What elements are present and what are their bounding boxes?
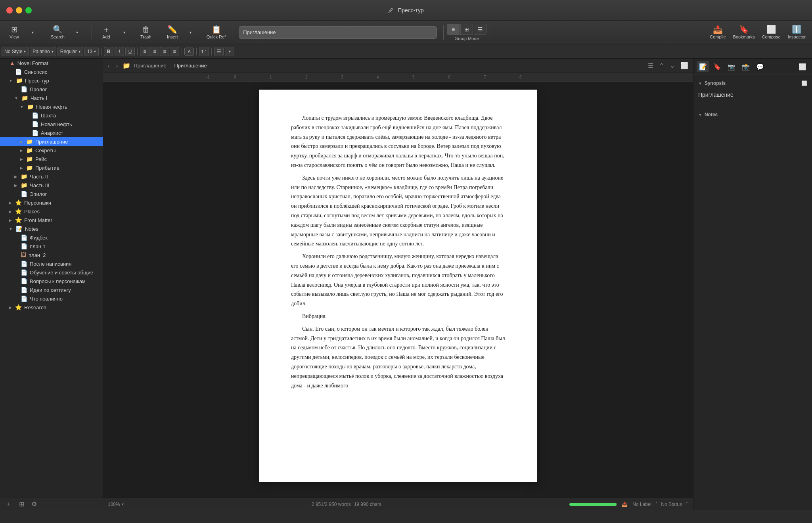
- list-dropdown[interactable]: ▾: [225, 47, 234, 56]
- sidebar-item-sekrety[interactable]: ▶📁Секреты: [0, 146, 103, 155]
- disclosure-reis[interactable]: ▶: [20, 157, 23, 161]
- inspector-tab-bookmark[interactable]: 🔖: [711, 61, 724, 72]
- sidebar-view-button[interactable]: ⊞: [17, 500, 27, 509]
- style-select[interactable]: No Style ▾: [2, 47, 29, 56]
- inspector-tab-links[interactable]: 💬: [754, 61, 766, 72]
- export-button[interactable]: 📤: [622, 502, 628, 507]
- sidebar-item-priglashenie[interactable]: ▶📁Приглашение: [0, 137, 103, 146]
- underline-button[interactable]: U: [125, 47, 135, 56]
- compile-button[interactable]: 📤 Compile: [707, 24, 729, 41]
- sidebar-item-synopsis[interactable]: ▶📄Синопсис: [0, 67, 103, 76]
- trash-button[interactable]: 🗑 Trash: [137, 24, 155, 41]
- sidebar-item-part1[interactable]: ▼📁Часть I: [0, 94, 103, 102]
- align-right-button[interactable]: ≡: [160, 47, 169, 56]
- sidebar-item-chto-povliyalo[interactable]: ▶📄Что повлияло: [0, 294, 103, 303]
- sidebar-item-research[interactable]: ▶⭐Research: [0, 303, 103, 312]
- inspector-tab-notes[interactable]: 📝: [697, 61, 709, 72]
- close-button[interactable]: [6, 7, 13, 13]
- inspector-tab-snapshot[interactable]: 📷: [725, 61, 738, 72]
- sidebar-settings-button[interactable]: ⚙: [29, 500, 39, 509]
- sidebar-item-personazhi[interactable]: ▶⭐Персонажи: [0, 198, 103, 207]
- synopsis-header[interactable]: ▼ Synopsis ⬜: [698, 78, 807, 88]
- view-dropdown-arrow[interactable]: ▾: [24, 29, 41, 36]
- notes-area[interactable]: [698, 120, 807, 199]
- add-button[interactable]: ＋ Add: [98, 24, 115, 41]
- sidebar-item-posle-napisania[interactable]: ▶📄После написания: [0, 259, 103, 268]
- sidebar-item-reis[interactable]: ▶📁Рейс: [0, 155, 103, 163]
- sidebar-item-front-matter[interactable]: ▶⭐Front Matter: [0, 216, 103, 224]
- compose-button[interactable]: ⬜ Compose: [759, 24, 784, 41]
- sidebar-item-epilog[interactable]: ▶📄Эпилог: [0, 190, 103, 198]
- sidebar-item-plan2[interactable]: ▶🖼план_2: [0, 251, 103, 259]
- sidebar-item-pribytie[interactable]: ▶📁Прибытие: [0, 163, 103, 172]
- disclosure-pribytie[interactable]: ▶: [20, 166, 23, 170]
- disclosure-press-tour[interactable]: ▼: [9, 79, 13, 83]
- view-button[interactable]: ⊞ View: [6, 24, 23, 41]
- bookmarks-button[interactable]: 🔖 Bookmarks: [730, 24, 758, 41]
- group-mode-corkboard[interactable]: ⊞: [460, 24, 473, 35]
- sidebar-item-anarkhist[interactable]: ▶📄Анархист: [0, 128, 103, 137]
- sidebar-item-part2[interactable]: ▶📁Часть II: [0, 172, 103, 181]
- sidebar-item-novaya-neft[interactable]: ▼📁Новая нефть: [0, 102, 103, 111]
- inspector-expand-btn[interactable]: ⬜: [796, 61, 809, 72]
- sidebar-item-places[interactable]: ▶⭐Places: [0, 207, 103, 216]
- sidebar-item-prolog[interactable]: ▶📄Пролог: [0, 85, 103, 94]
- size-select[interactable]: 13 ▾: [84, 47, 99, 56]
- editor-page[interactable]: Лопаты с трудом вгрызались в промёрзшую …: [259, 90, 537, 482]
- status-select[interactable]: No Status: [661, 502, 682, 507]
- font-select[interactable]: Palatino ▾: [30, 47, 56, 56]
- sidebar-item-obuchenie[interactable]: ▶📄Обучение и советы общие: [0, 268, 103, 277]
- line-height-button[interactable]: 1.1: [199, 47, 209, 56]
- disclosure-personazhi[interactable]: ▶: [9, 201, 12, 205]
- add-dropdown-arrow[interactable]: ▾: [116, 29, 133, 36]
- sidebar-item-novaya-neft2[interactable]: ▶📄Новая нефть: [0, 120, 103, 128]
- disclosure-priglashenie[interactable]: ▶: [20, 140, 23, 144]
- nav-back-button[interactable]: ‹: [106, 62, 111, 70]
- sidebar-item-part3[interactable]: ▶📁Часть III: [0, 181, 103, 190]
- disclosure-research[interactable]: ▶: [9, 305, 12, 310]
- status-arrow[interactable]: ⌃: [685, 502, 688, 507]
- nav-forward-button[interactable]: ›: [115, 62, 120, 70]
- group-mode-scrivenings[interactable]: ≡: [447, 24, 460, 35]
- disclosure-novaya-neft[interactable]: ▼: [20, 105, 24, 109]
- disclosure-part2[interactable]: ▶: [14, 174, 17, 179]
- insert-button[interactable]: ✏️ Insert: [164, 24, 181, 41]
- editor-container[interactable]: Лопаты с трудом вгрызались в промёрзшую …: [103, 82, 693, 498]
- minimize-button[interactable]: [16, 7, 22, 13]
- sidebar-item-notes[interactable]: ▼📝Notes: [0, 224, 103, 233]
- weight-select[interactable]: Regular ▾: [57, 47, 83, 56]
- insert-dropdown-arrow[interactable]: ▾: [182, 29, 199, 36]
- inspector-button[interactable]: ℹ️ Inspector: [785, 24, 809, 41]
- sidebar-item-plan1[interactable]: ▶📄план 1: [0, 242, 103, 251]
- disclosure-notes[interactable]: ▼: [9, 227, 13, 231]
- text-color-swatch[interactable]: A: [184, 48, 194, 56]
- sidebar-item-shakhta[interactable]: ▶📄Шахта: [0, 111, 103, 120]
- label-arrow[interactable]: ⌃: [655, 502, 658, 507]
- add-item-button[interactable]: ＋: [3, 499, 14, 509]
- inspector-tab-comments[interactable]: 📸: [739, 61, 752, 72]
- zoom-control[interactable]: 100% ▾: [108, 502, 124, 507]
- header-up-button[interactable]: ⌃: [657, 61, 666, 70]
- header-split-button[interactable]: ⬜: [679, 61, 690, 70]
- quick-search-bar[interactable]: Приглашение: [239, 26, 437, 39]
- group-mode-outline[interactable]: ☰: [474, 24, 486, 35]
- synopsis-expand-icon[interactable]: ⬜: [801, 80, 807, 86]
- zoom-dropdown-arrow[interactable]: ▾: [122, 502, 124, 506]
- align-center-button[interactable]: ≡: [150, 47, 159, 56]
- italic-button[interactable]: I: [115, 47, 124, 56]
- align-left-button[interactable]: ≡: [140, 47, 149, 56]
- label-select[interactable]: No Label: [632, 502, 651, 507]
- bold-button[interactable]: B: [104, 47, 113, 56]
- sidebar-item-fidbek[interactable]: ▶📄Фидбек: [0, 233, 103, 242]
- quickref-button[interactable]: 📋 Quick Ref: [203, 24, 229, 41]
- maximize-button[interactable]: [25, 7, 32, 13]
- notes-header[interactable]: ▼ Notes: [698, 109, 807, 120]
- disclosure-places[interactable]: ▶: [9, 209, 12, 214]
- sidebar-item-press-tour[interactable]: ▼📁Пресс-тур: [0, 76, 103, 85]
- list-button[interactable]: ☰: [214, 47, 224, 56]
- disclosure-sekrety[interactable]: ▶: [20, 148, 23, 153]
- search-button[interactable]: 🔍 Search: [48, 24, 68, 41]
- disclosure-part3[interactable]: ▶: [14, 183, 17, 188]
- sidebar-item-voprosy[interactable]: ▶📄Вопросы к персонажам: [0, 277, 103, 285]
- sidebar-item-idei[interactable]: ▶📄Идеи по сеттингу: [0, 285, 103, 294]
